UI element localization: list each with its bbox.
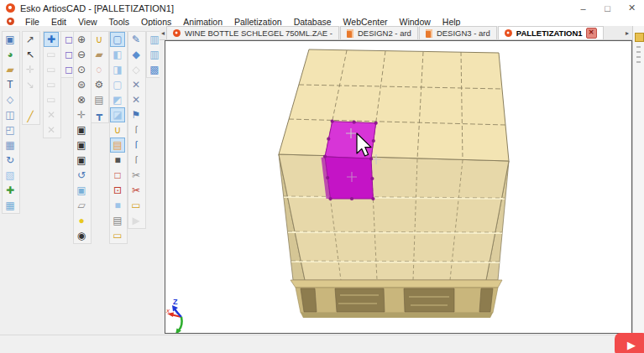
tab-scroll-left-icon[interactable]: ◂: [160, 26, 166, 39]
line-tool-icon[interactable]: ⬦: [3, 92, 18, 107]
copy-design-icon[interactable]: ▦: [3, 138, 18, 153]
docked-panel-icon[interactable]: [635, 33, 644, 42]
undo-view-icon[interactable]: ↺: [74, 168, 89, 183]
layer-pattern-2-icon[interactable]: ▭: [44, 62, 59, 77]
tab-label: DESIGN3 - ard: [437, 29, 490, 38]
view-solid-icon[interactable]: ▢: [110, 32, 125, 47]
view-cube-iso-icon[interactable]: ◩: [110, 92, 125, 107]
view-angle-icon[interactable]: ◪: [110, 107, 125, 122]
tab-label: DESIGN2 - ard: [358, 29, 411, 38]
minimize-button[interactable]: –: [571, 0, 595, 16]
view-cube-side-icon[interactable]: ◨: [110, 62, 125, 77]
select-text-icon[interactable]: T: [3, 77, 18, 92]
view-cube-top-icon[interactable]: ▢: [110, 77, 125, 92]
zoom-previous-icon[interactable]: ⊗: [74, 92, 89, 107]
dashed-circle-icon[interactable]: ◌: [92, 62, 107, 77]
zoom-window-icon[interactable]: ⊙: [74, 62, 89, 77]
layer-pattern-4-icon[interactable]: ▭: [44, 92, 59, 107]
tab-label: WINE BOTTLE SCHLEGEL 750ML.ZAE -: [185, 29, 332, 38]
tray-3-icon[interactable]: ▭: [128, 198, 144, 213]
add-layer-icon[interactable]: ✚: [44, 32, 59, 47]
tab-palletization1[interactable]: PALLETIZATION1✕: [498, 26, 604, 39]
status-bar: [0, 335, 644, 353]
child-window-icon[interactable]: [7, 18, 14, 25]
video-play-button[interactable]: ▶: [615, 333, 644, 353]
layer-pattern-1-icon[interactable]: ▭: [44, 47, 59, 62]
toolbar-column-3: ✚▭▭▭▭✕✕: [43, 31, 61, 138]
wireframe-points-icon[interactable]: ⊡: [110, 183, 125, 198]
eraser-icon[interactable]: ▱: [74, 198, 89, 213]
interlock-pattern-2-icon[interactable]: ✕: [44, 122, 59, 138]
layer-pattern-3-icon[interactable]: ▭: [44, 77, 59, 92]
esko-tab-icon: [505, 29, 512, 37]
toolbar-column-7: ▢◧◨▢◩◪∪▤■□⊡■▤▭: [109, 31, 128, 244]
zoom-in-icon[interactable]: ⊕: [74, 32, 89, 47]
bulb-icon[interactable]: ●: [74, 213, 89, 228]
toolbar-column-5: ⊕⊖⊙⊜⊗✛▣▣▣↺▣▱●◉: [73, 31, 92, 244]
properties-icon[interactable]: ▤: [92, 92, 107, 107]
clip-add-icon[interactable]: ſ: [128, 138, 144, 153]
measure-icon[interactable]: ↗: [23, 32, 38, 47]
flag-icon[interactable]: ⚑: [128, 107, 144, 122]
stretch-dashed-icon[interactable]: ↘: [23, 77, 38, 92]
pan-icon[interactable]: ✛: [74, 107, 89, 122]
window-controls: – □ ✕: [571, 0, 644, 16]
pallet[interactable]: [291, 280, 502, 318]
clip-cut-icon[interactable]: ✂: [128, 168, 144, 183]
clip-delete-icon[interactable]: ✂: [128, 183, 144, 198]
wireframe-mode-icon[interactable]: □: [110, 168, 125, 183]
multi-view-icon[interactable]: ▦: [3, 198, 18, 213]
select-item-icon[interactable]: ▣: [3, 32, 18, 47]
camera-2-icon[interactable]: ▣: [74, 153, 89, 168]
move-dashed-icon[interactable]: ✛: [23, 62, 38, 77]
select-board-icon[interactable]: ▰: [3, 62, 18, 77]
eye-icon[interactable]: ◉: [74, 228, 89, 243]
move-view-icon[interactable]: ✚: [3, 183, 18, 198]
rotate-view-icon[interactable]: ↻: [3, 153, 18, 168]
knife-tool-icon[interactable]: ╱: [23, 109, 38, 124]
camera-icon[interactable]: ▣: [74, 138, 89, 153]
pointer-arrow-icon[interactable]: ↖: [23, 47, 38, 62]
frame-view-icon[interactable]: ▣: [74, 183, 89, 198]
section-lines-icon[interactable]: ▤: [110, 213, 125, 228]
move-point-icon[interactable]: ◫: [3, 107, 18, 122]
annotate-icon[interactable]: ✎: [128, 32, 144, 47]
select-curve-icon[interactable]: ◕: [3, 47, 18, 62]
close-button[interactable]: ✕: [620, 0, 644, 16]
snapshot-icon[interactable]: ▣: [74, 122, 89, 138]
solid-mode-icon[interactable]: ■: [110, 198, 125, 213]
tray-2-icon[interactable]: ▭: [110, 228, 125, 243]
tab-wine-bottle-schlegel-750ml-zae[interactable]: WINE BOTTLE SCHLEGEL 750ML.ZAE -: [166, 26, 339, 39]
pallet-load[interactable]: [279, 49, 509, 280]
gears-icon[interactable]: ⚙: [92, 77, 107, 92]
dimension-2-icon[interactable]: ◇: [128, 62, 144, 77]
video-disabled-icon[interactable]: ▶: [128, 213, 144, 228]
clip-icon[interactable]: ſ: [128, 122, 144, 138]
canvas-3d-view[interactable]: x Z: [165, 40, 632, 334]
tab-close-icon[interactable]: ✕: [586, 28, 597, 39]
interlock-pattern-icon[interactable]: ✕: [44, 107, 59, 122]
work-area: ◂ WINE BOTTLE SCHLEGEL 750ML.ZAE -DESIGN…: [160, 26, 632, 335]
tab-scroll-right-icon[interactable]: ▸: [624, 26, 631, 39]
zoom-extents-icon[interactable]: ⊜: [74, 77, 89, 92]
zoom-out-icon[interactable]: ⊖: [74, 47, 89, 62]
break-x-2-icon[interactable]: ✕: [128, 92, 144, 107]
tab-design3-ard[interactable]: DESIGN3 - ard: [419, 26, 497, 39]
tab-design2-ard[interactable]: DESIGN2 - ard: [340, 26, 418, 39]
push-down-icon[interactable]: ┳: [92, 107, 107, 122]
dimension-icon[interactable]: ◆: [128, 47, 144, 62]
board-3d-icon[interactable]: ▰: [92, 47, 107, 62]
render-mode-icon[interactable]: ▤: [110, 138, 125, 153]
view-cube-front-icon[interactable]: ◧: [110, 47, 125, 62]
docked-panel-strip[interactable]: [632, 26, 644, 335]
move-design-icon[interactable]: ◰: [3, 122, 18, 138]
cube-view-icon[interactable]: ▧: [3, 168, 18, 183]
break-x-icon[interactable]: ✕: [128, 77, 144, 92]
shaded-cube-icon[interactable]: ■: [110, 153, 125, 168]
maximize-button[interactable]: □: [595, 0, 620, 16]
clip-edit-icon[interactable]: ſ: [128, 153, 144, 168]
tray-tool-icon[interactable]: ∪: [92, 32, 107, 47]
document-tab-bar: ◂ WINE BOTTLE SCHLEGEL 750ML.ZAE -DESIGN…: [160, 26, 632, 40]
selected-box[interactable]: [322, 120, 382, 201]
mold-icon[interactable]: ∪: [110, 122, 125, 138]
